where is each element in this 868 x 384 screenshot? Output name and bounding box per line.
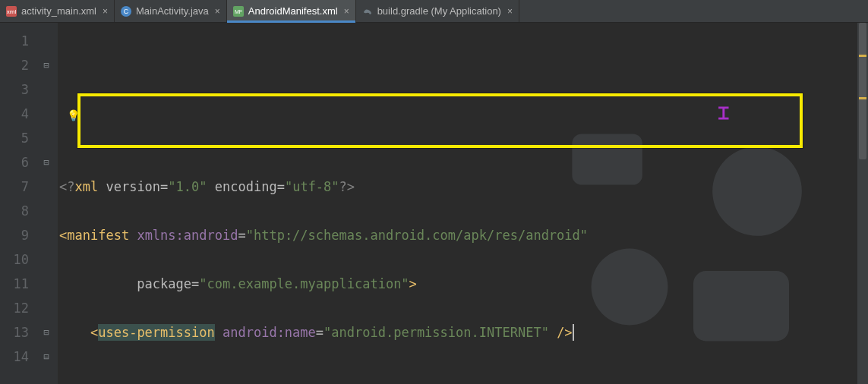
gutter-margin: ⊟ 💡 ⊟ ⊟ ⊟ [36, 23, 58, 384]
fold-indicator-icon[interactable]: ⊟ [41, 53, 52, 77]
code-token: manifest [67, 228, 129, 243]
line-number: 4 [8, 102, 29, 126]
fold-indicator-icon[interactable]: ⊟ [41, 320, 52, 345]
svg-text:C: C [124, 8, 129, 15]
code-token: android:name [223, 325, 316, 340]
code-token: "android.permission.INTERNET" [324, 325, 549, 340]
close-icon[interactable]: × [215, 6, 220, 17]
annotation-highlight-box [77, 93, 803, 148]
manifest-icon: MF [233, 6, 244, 17]
intention-bulb-icon[interactable]: 💡 [67, 103, 80, 127]
line-number: 10 [8, 247, 29, 272]
line-number: 7 [8, 175, 29, 199]
xml-icon: xml [6, 6, 17, 17]
line-number: 8 [8, 199, 29, 223]
tab-main-activity[interactable]: C MainActivity.java × [115, 0, 227, 22]
code-token: uses-permission [98, 324, 215, 341]
line-number: 1 [8, 29, 29, 53]
tab-android-manifest[interactable]: MF AndroidManifest.xml × [227, 0, 356, 22]
line-number: 9 [8, 223, 29, 247]
editor-tabs: xml activity_main.xml × C MainActivity.j… [0, 0, 868, 23]
code-token: package [137, 276, 191, 291]
close-icon[interactable]: × [103, 6, 108, 17]
svg-text:MF: MF [235, 9, 242, 14]
line-number: 3 [8, 77, 29, 102]
caret [573, 324, 574, 341]
warning-marker[interactable] [859, 55, 866, 57]
line-number: 11 [8, 272, 29, 296]
close-icon[interactable]: × [507, 6, 513, 17]
code-token: "http://schemas.android.com/apk/res/andr… [246, 228, 588, 243]
line-number: 2 [8, 53, 29, 77]
line-number: 13 [8, 320, 29, 345]
line-number: 5 [8, 126, 29, 150]
text-cursor-icon: Ꮖ [718, 102, 729, 126]
close-icon[interactable]: × [344, 6, 349, 17]
code-token: xmlns:android [137, 228, 238, 243]
tab-label: AndroidManifest.xml [248, 5, 338, 17]
tab-activity-main[interactable]: xml activity_main.xml × [0, 0, 115, 22]
code-area[interactable]: Ꮖ <?xml version="1.0" encoding="utf-8"?>… [58, 23, 868, 384]
fold-indicator-icon[interactable]: ⊟ [41, 345, 52, 369]
tab-label: build.gradle (My Application) [377, 5, 501, 17]
code-token: encoding [215, 179, 277, 194]
scrollbar-thumb[interactable] [859, 23, 866, 159]
code-token: "com.example.myapplication" [199, 276, 409, 291]
code-token: "1.0" [168, 179, 207, 194]
gradle-icon [362, 6, 373, 17]
editor: 1 2 3 4 5 6 7 8 9 10 11 12 13 14 ⊟ 💡 ⊟ ⊟… [0, 23, 868, 384]
line-gutter: 1 2 3 4 5 6 7 8 9 10 11 12 13 14 [0, 23, 36, 384]
line-number: 14 [8, 345, 29, 369]
tab-label: MainActivity.java [136, 5, 209, 17]
warning-marker[interactable] [859, 97, 866, 99]
svg-text:xml: xml [7, 8, 17, 15]
tab-build-gradle[interactable]: build.gradle (My Application) × [356, 0, 519, 22]
code-token: "utf-8" [285, 179, 339, 194]
java-class-icon: C [121, 6, 131, 17]
tab-label: activity_main.xml [21, 5, 96, 17]
code-token: version [106, 179, 160, 194]
line-number: 12 [8, 296, 29, 320]
line-number: 6 [8, 150, 29, 175]
vertical-scrollbar[interactable] [857, 23, 868, 384]
fold-indicator-icon[interactable]: ⊟ [41, 150, 52, 175]
